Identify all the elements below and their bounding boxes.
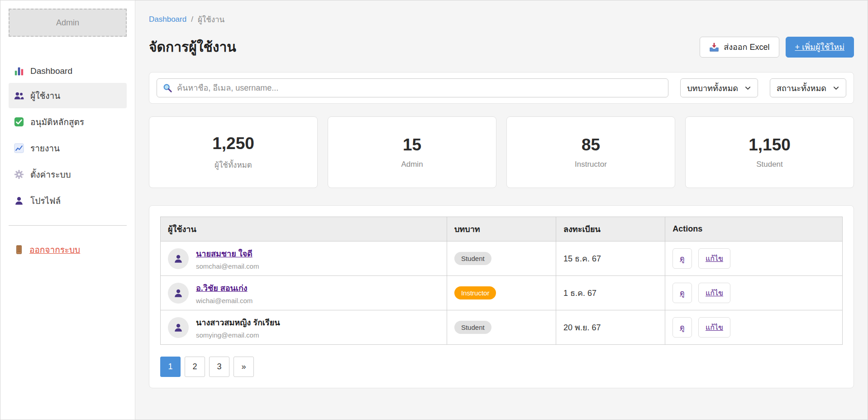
sidebar-item-label: Dashboard	[30, 66, 72, 76]
stat-value: 15	[403, 135, 421, 154]
chart-up-icon	[14, 143, 24, 153]
table-row: นางสาวสมหญิง รักเรียน somying@email.com …	[161, 310, 843, 345]
page-title: จัดการผู้ใช้งาน	[149, 36, 236, 58]
sidebar-item-course-approval[interactable]: อนุมัติหลักสูตร	[9, 109, 127, 135]
view-button[interactable]: ดู	[672, 283, 692, 303]
breadcrumb-separator: /	[191, 15, 193, 24]
role-filter-value: บทบาททั้งหมด	[687, 82, 738, 95]
role-badge: Instructor	[454, 286, 496, 299]
page-button-next[interactable]: »	[234, 357, 254, 377]
status-filter-value: สถานะทั้งหมด	[777, 82, 826, 95]
registered-date: 15 ธ.ค. 67	[563, 254, 601, 263]
view-button[interactable]: ดู	[672, 248, 692, 269]
sidebar-brand-label: Admin	[56, 18, 79, 28]
view-button[interactable]: ดู	[672, 317, 692, 338]
role-badge: Student	[454, 321, 491, 334]
pagination: 1 2 3 »	[160, 357, 843, 377]
sidebar-item-profile[interactable]: โปรไฟล์	[9, 188, 127, 213]
stat-value: 1,250	[212, 134, 254, 153]
user-cell: นางสาวสมหญิง รักเรียน somying@email.com	[168, 316, 439, 339]
sidebar-brand: Admin	[9, 9, 127, 37]
avatar	[168, 248, 189, 269]
breadcrumb-dashboard-link[interactable]: Dashboard	[149, 15, 186, 24]
users-table: ผู้ใช้งาน บทบาท ลงทะเบียน Actions	[160, 217, 843, 345]
stat-card-total-users: 1,250 ผู้ใช้ทั้งหมด	[149, 116, 318, 188]
filter-card: บทบาททั้งหมด สถานะทั้งหมด	[149, 72, 854, 104]
inbox-tray-icon	[709, 42, 719, 52]
table-header-row: ผู้ใช้งาน บทบาท ลงทะเบียน Actions	[161, 217, 843, 241]
user-email: somying@email.com	[196, 331, 280, 339]
table-row: นายสมชาย ใจดี somchai@email.com Student …	[161, 241, 843, 276]
edit-button[interactable]: แก้ไข	[698, 248, 730, 269]
chevron-down-icon	[744, 85, 751, 92]
sidebar-divider	[9, 225, 127, 226]
add-user-button[interactable]: + เพิ่มผู้ใช้ใหม่	[786, 37, 854, 58]
search-box	[157, 78, 668, 97]
users-table-card: ผู้ใช้งาน บทบาท ลงทะเบียน Actions	[149, 205, 854, 388]
person-icon	[173, 323, 183, 333]
gear-icon	[14, 169, 24, 179]
sidebar-item-label: ผู้ใช้งาน	[30, 89, 60, 102]
title-buttons: ส่งออก Excel + เพิ่มผู้ใช้ใหม่	[700, 37, 854, 58]
search-input[interactable]	[177, 83, 663, 93]
search-icon	[162, 83, 172, 93]
user-meta: นายสมชาย ใจดี somchai@email.com	[196, 247, 259, 270]
users-icon	[14, 91, 24, 101]
sidebar-item-label: อนุมัติหลักสูตร	[30, 115, 84, 129]
user-meta: อ.วิชัย สอนเก่ง wichai@email.com	[196, 281, 253, 304]
chevron-down-icon	[833, 85, 839, 92]
logout-label: ออกจากระบบ	[29, 243, 80, 256]
user-meta: นางสาวสมหญิง รักเรียน somying@email.com	[196, 316, 280, 339]
user-cell: นายสมชาย ใจดี somchai@email.com	[168, 247, 439, 270]
user-email: wichai@email.com	[196, 297, 253, 304]
person-icon	[14, 196, 24, 206]
column-header-role: บทบาท	[447, 217, 556, 241]
stat-label: Admin	[401, 160, 423, 169]
breadcrumb: Dashboard / ผู้ใช้งาน	[149, 13, 854, 25]
sidebar-item-users[interactable]: ผู้ใช้งาน	[9, 83, 127, 108]
sidebar: Admin Dashboard ผู้ใช้งาน อนุมัติหลักสูต…	[0, 0, 135, 420]
user-name-link[interactable]: อ.วิชัย สอนเก่ง	[196, 284, 248, 293]
status-filter-select[interactable]: สถานะทั้งหมด	[770, 78, 846, 97]
sidebar-item-label: โปรไฟล์	[30, 194, 61, 208]
page-button-2[interactable]: 2	[185, 357, 205, 377]
sidebar-item-label: ตั้งค่าระบบ	[30, 168, 71, 181]
logout-link[interactable]: ออกจากระบบ	[9, 241, 127, 258]
stat-card-instructor: 85 Instructor	[506, 116, 675, 188]
edit-button[interactable]: แก้ไข	[698, 317, 730, 338]
stat-value: 85	[582, 135, 600, 154]
edit-button[interactable]: แก้ไข	[698, 283, 730, 303]
sidebar-item-settings[interactable]: ตั้งค่าระบบ	[9, 162, 127, 187]
title-row: จัดการผู้ใช้งาน ส่งออก Excel + เพิ่มผู้ใ…	[149, 36, 854, 58]
avatar	[168, 317, 189, 338]
add-user-label: + เพิ่มผู้ใช้ใหม่	[795, 40, 844, 53]
person-icon	[173, 288, 183, 298]
sidebar-item-reports[interactable]: รายงาน	[9, 135, 127, 161]
stat-label: Student	[756, 160, 783, 169]
stat-label: Instructor	[575, 160, 607, 169]
sidebar-nav: Dashboard ผู้ใช้งาน อนุมัติหลักสูตร รายง…	[9, 60, 127, 213]
role-filter-select[interactable]: บทบาททั้งหมด	[680, 78, 758, 97]
stat-card-student: 1,150 Student	[685, 116, 854, 188]
breadcrumb-current: ผู้ใช้งาน	[198, 13, 224, 25]
column-header-registered: ลงทะเบียน	[556, 217, 665, 241]
stat-value: 1,150	[749, 135, 791, 154]
avatar	[168, 283, 189, 304]
table-row: อ.วิชัย สอนเก่ง wichai@email.com Instruc…	[161, 276, 843, 310]
stats-row: 1,250 ผู้ใช้ทั้งหมด 15 Admin 85 Instruct…	[149, 116, 854, 188]
user-name: นางสาวสมหญิง รักเรียน	[196, 318, 280, 327]
user-name-link[interactable]: นายสมชาย ใจดี	[196, 249, 253, 258]
bar-chart-icon	[14, 66, 24, 76]
door-icon	[14, 245, 24, 255]
page-button-3[interactable]: 3	[209, 357, 229, 377]
export-excel-button[interactable]: ส่งออก Excel	[700, 37, 779, 58]
column-header-actions: Actions	[665, 217, 843, 241]
registered-date: 20 พ.ย. 67	[563, 323, 601, 332]
page-button-1[interactable]: 1	[160, 357, 181, 377]
registered-date: 1 ธ.ค. 67	[563, 289, 596, 298]
user-email: somchai@email.com	[196, 262, 259, 270]
sidebar-item-dashboard[interactable]: Dashboard	[9, 60, 127, 82]
user-cell: อ.วิชัย สอนเก่ง wichai@email.com	[168, 281, 439, 304]
main-content: Dashboard / ผู้ใช้งาน จัดการผู้ใช้งาน ส่…	[135, 0, 868, 420]
column-header-user: ผู้ใช้งาน	[161, 217, 447, 241]
